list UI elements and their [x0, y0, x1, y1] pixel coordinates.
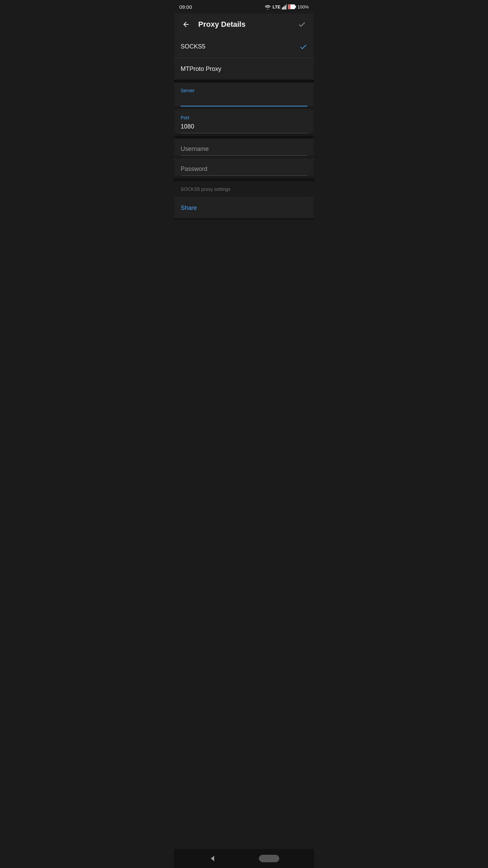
share-section: Share — [174, 198, 314, 218]
svg-rect-1 — [283, 6, 284, 9]
confirm-button[interactable] — [295, 18, 309, 31]
password-input[interactable] — [181, 164, 307, 176]
section-divider-3 — [174, 178, 314, 181]
app-bar: Proxy Details — [174, 14, 314, 35]
wifi-icon — [264, 4, 271, 9]
socks5-label: SOCKS5 — [181, 43, 205, 50]
settings-note: SOCKS5 proxy settings — [174, 181, 314, 197]
lte-label: LTE — [272, 4, 281, 9]
section-divider-2 — [174, 136, 314, 139]
server-input[interactable] — [181, 95, 307, 106]
svg-rect-5 — [295, 6, 296, 8]
password-field-group — [181, 159, 307, 176]
svg-text:+: + — [289, 5, 291, 8]
username-input[interactable] — [181, 144, 307, 156]
battery-icon: + — [288, 4, 296, 9]
mtproto-option[interactable]: MTProto Proxy — [174, 58, 314, 80]
port-field-group: Port — [181, 110, 307, 133]
back-button[interactable] — [179, 18, 193, 31]
server-label: Server — [181, 88, 307, 93]
mtproto-label: MTProto Proxy — [181, 65, 221, 73]
server-field-group: Server — [181, 82, 307, 106]
svg-rect-0 — [282, 7, 283, 9]
port-input[interactable] — [181, 122, 307, 133]
battery-percent: 100% — [298, 4, 309, 9]
content-area: SOCKS5 MTProto Proxy Server Port — [174, 35, 314, 239]
svg-rect-2 — [285, 5, 286, 9]
socks5-check-icon — [299, 42, 307, 51]
port-label: Port — [181, 115, 307, 120]
socks5-option[interactable]: SOCKS5 — [174, 35, 314, 58]
username-section — [174, 139, 314, 156]
signal-icon — [282, 4, 287, 9]
port-section: Port — [174, 110, 314, 133]
proxy-type-list: SOCKS5 MTProto Proxy — [174, 35, 314, 80]
section-divider-1 — [174, 80, 314, 82]
status-bar: 09:00 LTE + 100% — [174, 0, 314, 14]
status-time: 09:00 — [179, 4, 192, 10]
status-icons: LTE + 100% — [264, 4, 309, 9]
page-title: Proxy Details — [198, 20, 245, 29]
username-field-group — [181, 139, 307, 156]
server-section: Server — [174, 82, 314, 106]
svg-rect-3 — [286, 4, 287, 9]
settings-note-text: SOCKS5 proxy settings — [181, 186, 230, 192]
divider-5 — [174, 218, 314, 220]
share-button[interactable]: Share — [181, 204, 197, 211]
password-section — [174, 159, 314, 176]
